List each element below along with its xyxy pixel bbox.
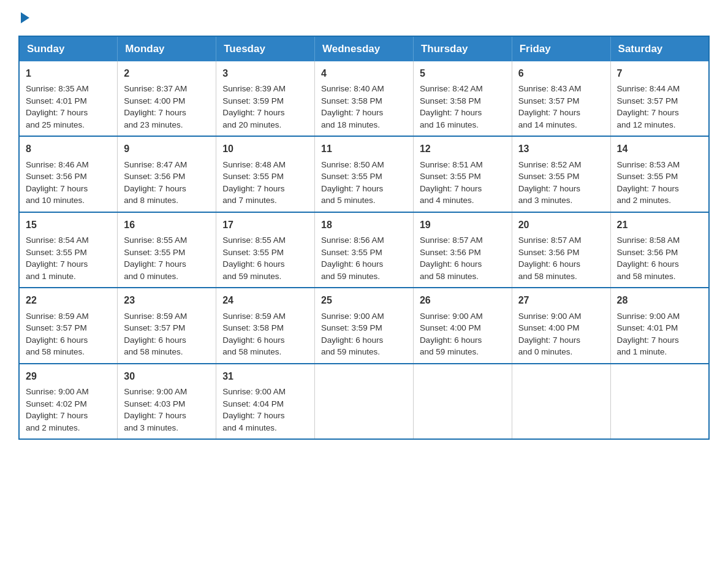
- calendar-cell: 28Sunrise: 9:00 AMSunset: 4:01 PMDayligh…: [610, 288, 709, 363]
- day-info-line: Sunrise: 8:53 AM: [617, 159, 702, 171]
- day-info-line: and 18 minutes.: [321, 119, 407, 131]
- day-info-line: Sunset: 4:01 PM: [26, 95, 111, 107]
- calendar-cell: 16Sunrise: 8:55 AMSunset: 3:55 PMDayligh…: [118, 212, 216, 288]
- day-info-line: Daylight: 7 hours: [518, 183, 604, 195]
- weekday-header-wednesday: Wednesday: [315, 36, 414, 61]
- calendar-cell: 12Sunrise: 8:51 AMSunset: 3:55 PMDayligh…: [413, 136, 512, 212]
- day-info-line: Sunrise: 9:00 AM: [518, 310, 604, 323]
- day-info-line: Sunrise: 8:57 AM: [518, 234, 604, 247]
- day-info-line: and 12 minutes.: [617, 119, 702, 131]
- day-info-line: Sunset: 3:57 PM: [26, 322, 111, 334]
- day-number: 9: [124, 142, 210, 156]
- calendar-week-row: 1Sunrise: 8:35 AMSunset: 4:01 PMDaylight…: [19, 61, 709, 136]
- day-info-line: and 4 minutes.: [420, 194, 506, 207]
- day-info-line: and 58 minutes.: [124, 346, 210, 358]
- day-info-line: Daylight: 7 hours: [518, 107, 604, 119]
- day-info-line: Daylight: 7 hours: [26, 410, 111, 422]
- day-number: 16: [124, 218, 210, 232]
- calendar-week-row: 22Sunrise: 8:59 AMSunset: 3:57 PMDayligh…: [19, 288, 709, 363]
- calendar-cell: 30Sunrise: 9:00 AMSunset: 4:03 PMDayligh…: [118, 364, 216, 439]
- day-info-line: Sunrise: 8:47 AM: [124, 159, 210, 171]
- calendar-cell: 2Sunrise: 8:37 AMSunset: 4:00 PMDaylight…: [118, 61, 216, 136]
- day-info-line: Daylight: 6 hours: [222, 258, 308, 270]
- day-info-line: Daylight: 6 hours: [321, 258, 407, 270]
- calendar-cell: 14Sunrise: 8:53 AMSunset: 3:55 PMDayligh…: [610, 136, 709, 212]
- day-number: 3: [222, 66, 308, 80]
- day-info-line: Sunset: 3:55 PM: [26, 247, 111, 259]
- day-info-line: and 59 minutes.: [321, 346, 407, 358]
- day-info-line: and 4 minutes.: [222, 422, 308, 434]
- weekday-header-tuesday: Tuesday: [216, 36, 315, 61]
- day-info-line: Sunset: 3:56 PM: [518, 247, 604, 259]
- calendar-week-row: 15Sunrise: 8:54 AMSunset: 3:55 PMDayligh…: [19, 212, 709, 288]
- day-number: 17: [222, 218, 308, 232]
- day-info-line: Sunrise: 8:52 AM: [518, 159, 604, 171]
- day-info-line: Daylight: 7 hours: [124, 258, 210, 270]
- day-number: 27: [518, 293, 604, 307]
- day-number: 30: [124, 369, 210, 383]
- day-info-line: Sunrise: 8:54 AM: [26, 234, 111, 247]
- day-number: 28: [617, 293, 702, 307]
- calendar-table: SundayMondayTuesdayWednesdayThursdayFrid…: [18, 36, 710, 440]
- calendar-cell: [512, 364, 610, 439]
- day-info-line: Daylight: 6 hours: [26, 334, 111, 347]
- day-info-line: and 1 minute.: [617, 346, 702, 358]
- day-info-line: and 1 minute.: [26, 270, 111, 283]
- day-info-line: Daylight: 6 hours: [617, 258, 702, 270]
- day-number: 24: [222, 293, 308, 307]
- day-number: 11: [321, 142, 407, 156]
- calendar-header-row: SundayMondayTuesdayWednesdayThursdayFrid…: [19, 36, 709, 61]
- calendar-cell: 27Sunrise: 9:00 AMSunset: 4:00 PMDayligh…: [512, 288, 610, 363]
- calendar-cell: 18Sunrise: 8:56 AMSunset: 3:55 PMDayligh…: [315, 212, 414, 288]
- day-number: 7: [617, 66, 702, 80]
- day-info-line: Sunset: 3:55 PM: [124, 247, 210, 259]
- day-info-line: Daylight: 7 hours: [222, 410, 308, 422]
- day-number: 25: [321, 293, 407, 307]
- day-info-line: Sunrise: 9:00 AM: [26, 386, 111, 398]
- day-info-line: Daylight: 7 hours: [124, 107, 210, 119]
- day-info-line: Sunset: 3:58 PM: [222, 322, 308, 334]
- day-info-line: and 25 minutes.: [26, 119, 111, 131]
- day-info-line: Sunrise: 8:39 AM: [222, 83, 308, 95]
- day-info-line: Daylight: 7 hours: [222, 183, 308, 195]
- calendar-cell: 13Sunrise: 8:52 AMSunset: 3:55 PMDayligh…: [512, 136, 610, 212]
- day-info-line: and 2 minutes.: [617, 194, 702, 207]
- day-info-line: Sunrise: 9:00 AM: [321, 310, 407, 323]
- day-number: 12: [420, 142, 506, 156]
- page-header: [18, 12, 710, 23]
- day-info-line: Sunrise: 8:55 AM: [222, 234, 308, 247]
- day-info-line: and 10 minutes.: [26, 194, 111, 207]
- day-info-line: Sunset: 3:59 PM: [321, 322, 407, 334]
- calendar-cell: 7Sunrise: 8:44 AMSunset: 3:57 PMDaylight…: [610, 61, 709, 136]
- day-info-line: Daylight: 6 hours: [518, 258, 604, 270]
- calendar-cell: 21Sunrise: 8:58 AMSunset: 3:56 PMDayligh…: [610, 212, 709, 288]
- calendar-cell: 1Sunrise: 8:35 AMSunset: 4:01 PMDaylight…: [19, 61, 118, 136]
- day-info-line: Sunrise: 8:44 AM: [617, 83, 702, 95]
- day-info-line: Sunset: 3:57 PM: [518, 95, 604, 107]
- day-info-line: Daylight: 7 hours: [124, 183, 210, 195]
- day-info-line: and 58 minutes.: [518, 270, 604, 283]
- day-number: 5: [420, 66, 506, 80]
- day-info-line: Sunrise: 9:00 AM: [420, 310, 506, 323]
- calendar-cell: 19Sunrise: 8:57 AMSunset: 3:56 PMDayligh…: [413, 212, 512, 288]
- day-info-line: Sunrise: 8:37 AM: [124, 83, 210, 95]
- day-info-line: Sunrise: 8:48 AM: [222, 159, 308, 171]
- day-number: 26: [420, 293, 506, 307]
- day-info-line: Sunrise: 9:00 AM: [124, 386, 210, 398]
- day-number: 23: [124, 293, 210, 307]
- day-number: 2: [124, 66, 210, 80]
- day-info-line: Sunrise: 8:42 AM: [420, 83, 506, 95]
- day-info-line: and 59 minutes.: [420, 346, 506, 358]
- weekday-header-sunday: Sunday: [19, 36, 118, 61]
- day-info-line: Daylight: 7 hours: [222, 107, 308, 119]
- day-info-line: and 3 minutes.: [124, 422, 210, 434]
- day-info-line: Sunrise: 8:58 AM: [617, 234, 702, 247]
- day-number: 20: [518, 218, 604, 232]
- weekday-header-friday: Friday: [512, 36, 610, 61]
- day-number: 13: [518, 142, 604, 156]
- calendar-cell: 5Sunrise: 8:42 AMSunset: 3:58 PMDaylight…: [413, 61, 512, 136]
- day-info-line: Daylight: 6 hours: [420, 334, 506, 347]
- day-info-line: Sunrise: 8:51 AM: [420, 159, 506, 171]
- day-info-line: Sunset: 4:00 PM: [124, 95, 210, 107]
- day-info-line: Sunset: 3:55 PM: [222, 247, 308, 259]
